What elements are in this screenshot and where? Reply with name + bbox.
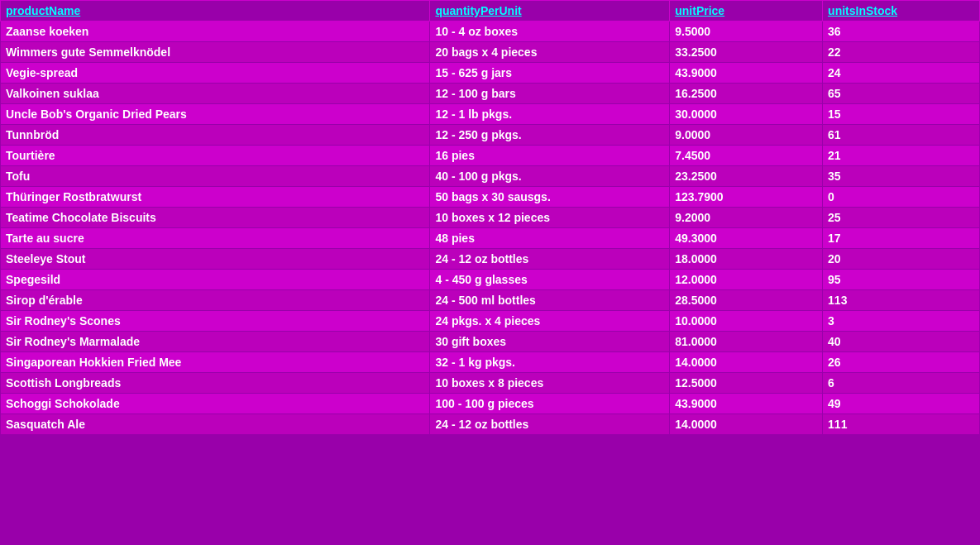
cell-product-name: Sasquatch Ale <box>1 414 430 435</box>
cell-quantity-per-unit: 12 - 100 g bars <box>430 84 670 104</box>
cell-product-name: Spegesild <box>1 270 430 290</box>
table-row: Zaanse koeken10 - 4 oz boxes9.500036 <box>1 22 980 42</box>
cell-quantity-per-unit: 10 - 4 oz boxes <box>430 22 670 42</box>
cell-product-name: Sir Rodney's Scones <box>1 311 430 332</box>
table-row: Uncle Bob's Organic Dried Pears12 - 1 lb… <box>1 104 980 125</box>
cell-units-in-stock: 24 <box>823 63 980 84</box>
cell-product-name: Tofu <box>1 166 430 187</box>
table-row: Teatime Chocolate Biscuits10 boxes x 12 … <box>1 208 980 228</box>
cell-product-name: Scottish Longbreads <box>1 373 430 394</box>
table-row: Singaporean Hokkien Fried Mee32 - 1 kg p… <box>1 352 980 373</box>
cell-quantity-per-unit: 50 bags x 30 sausgs. <box>430 187 670 208</box>
cell-units-in-stock: 3 <box>823 311 980 332</box>
cell-product-name: Valkoinen suklaa <box>1 84 430 104</box>
cell-unit-price: 23.2500 <box>670 166 823 187</box>
cell-product-name: Sir Rodney's Marmalade <box>1 332 430 352</box>
cell-quantity-per-unit: 10 boxes x 8 pieces <box>430 373 670 394</box>
cell-units-in-stock: 111 <box>823 414 980 435</box>
table-row: Scottish Longbreads10 boxes x 8 pieces12… <box>1 373 980 394</box>
cell-quantity-per-unit: 20 bags x 4 pieces <box>430 42 670 63</box>
cell-quantity-per-unit: 48 pies <box>430 228 670 249</box>
cell-units-in-stock: 0 <box>823 187 980 208</box>
table-row: Thüringer Rostbratwurst50 bags x 30 saus… <box>1 187 980 208</box>
cell-product-name: Zaanse koeken <box>1 22 430 42</box>
cell-product-name: Tarte au sucre <box>1 228 430 249</box>
cell-units-in-stock: 21 <box>823 146 980 166</box>
cell-product-name: Singaporean Hokkien Fried Mee <box>1 352 430 373</box>
header-row: productName quantityPerUnit unitPrice un… <box>1 1 980 22</box>
cell-quantity-per-unit: 24 pkgs. x 4 pieces <box>430 311 670 332</box>
cell-units-in-stock: 113 <box>823 290 980 311</box>
cell-product-name: Wimmers gute Semmelknödel <box>1 42 430 63</box>
table-row: Sir Rodney's Marmalade30 gift boxes81.00… <box>1 332 980 352</box>
cell-units-in-stock: 20 <box>823 249 980 270</box>
cell-unit-price: 43.9000 <box>670 394 823 414</box>
cell-units-in-stock: 17 <box>823 228 980 249</box>
cell-quantity-per-unit: 24 - 12 oz bottles <box>430 249 670 270</box>
cell-unit-price: 9.2000 <box>670 208 823 228</box>
cell-quantity-per-unit: 32 - 1 kg pkgs. <box>430 352 670 373</box>
header-quantity-per-unit[interactable]: quantityPerUnit <box>430 1 670 22</box>
cell-unit-price: 43.9000 <box>670 63 823 84</box>
cell-quantity-per-unit: 24 - 500 ml bottles <box>430 290 670 311</box>
cell-unit-price: 16.2500 <box>670 84 823 104</box>
header-units-in-stock[interactable]: unitsInStock <box>823 1 980 22</box>
table-row: Valkoinen suklaa12 - 100 g bars16.250065 <box>1 84 980 104</box>
table-row: Sir Rodney's Scones24 pkgs. x 4 pieces10… <box>1 311 980 332</box>
table-row: Spegesild4 - 450 g glasses12.000095 <box>1 270 980 290</box>
cell-unit-price: 123.7900 <box>670 187 823 208</box>
cell-product-name: Steeleye Stout <box>1 249 430 270</box>
cell-units-in-stock: 95 <box>823 270 980 290</box>
table-row: Tofu40 - 100 g pkgs.23.250035 <box>1 166 980 187</box>
cell-units-in-stock: 6 <box>823 373 980 394</box>
table-row: Sirop d'érable24 - 500 ml bottles28.5000… <box>1 290 980 311</box>
header-unit-price[interactable]: unitPrice <box>670 1 823 22</box>
cell-unit-price: 12.0000 <box>670 270 823 290</box>
cell-unit-price: 81.0000 <box>670 332 823 352</box>
cell-units-in-stock: 26 <box>823 352 980 373</box>
cell-unit-price: 33.2500 <box>670 42 823 63</box>
table-row: Schoggi Schokolade100 - 100 g pieces43.9… <box>1 394 980 414</box>
cell-units-in-stock: 35 <box>823 166 980 187</box>
cell-unit-price: 14.0000 <box>670 352 823 373</box>
cell-product-name: Sirop d'érable <box>1 290 430 311</box>
cell-units-in-stock: 25 <box>823 208 980 228</box>
cell-product-name: Thüringer Rostbratwurst <box>1 187 430 208</box>
cell-unit-price: 12.5000 <box>670 373 823 394</box>
cell-unit-price: 49.3000 <box>670 228 823 249</box>
cell-units-in-stock: 22 <box>823 42 980 63</box>
products-table: productName quantityPerUnit unitPrice un… <box>0 0 980 435</box>
cell-quantity-per-unit: 12 - 250 g pkgs. <box>430 125 670 146</box>
cell-quantity-per-unit: 12 - 1 lb pkgs. <box>430 104 670 125</box>
cell-unit-price: 10.0000 <box>670 311 823 332</box>
cell-units-in-stock: 49 <box>823 394 980 414</box>
cell-unit-price: 7.4500 <box>670 146 823 166</box>
cell-quantity-per-unit: 15 - 625 g jars <box>430 63 670 84</box>
cell-quantity-per-unit: 10 boxes x 12 pieces <box>430 208 670 228</box>
cell-product-name: Vegie-spread <box>1 63 430 84</box>
cell-quantity-per-unit: 30 gift boxes <box>430 332 670 352</box>
table-row: Vegie-spread15 - 625 g jars43.900024 <box>1 63 980 84</box>
cell-product-name: Uncle Bob's Organic Dried Pears <box>1 104 430 125</box>
cell-quantity-per-unit: 16 pies <box>430 146 670 166</box>
cell-units-in-stock: 65 <box>823 84 980 104</box>
cell-units-in-stock: 15 <box>823 104 980 125</box>
table-row: Wimmers gute Semmelknödel20 bags x 4 pie… <box>1 42 980 63</box>
table-row: Sasquatch Ale24 - 12 oz bottles14.000011… <box>1 414 980 435</box>
table-row: Tunnbröd12 - 250 g pkgs.9.000061 <box>1 125 980 146</box>
cell-units-in-stock: 40 <box>823 332 980 352</box>
cell-unit-price: 9.5000 <box>670 22 823 42</box>
cell-unit-price: 14.0000 <box>670 414 823 435</box>
header-product-name[interactable]: productName <box>1 1 430 22</box>
cell-product-name: Teatime Chocolate Biscuits <box>1 208 430 228</box>
cell-product-name: Tourtière <box>1 146 430 166</box>
table-row: Tarte au sucre48 pies49.300017 <box>1 228 980 249</box>
cell-unit-price: 30.0000 <box>670 104 823 125</box>
table-row: Tourtière16 pies7.450021 <box>1 146 980 166</box>
cell-quantity-per-unit: 24 - 12 oz bottles <box>430 414 670 435</box>
table-row: Steeleye Stout24 - 12 oz bottles18.00002… <box>1 249 980 270</box>
cell-quantity-per-unit: 40 - 100 g pkgs. <box>430 166 670 187</box>
cell-units-in-stock: 36 <box>823 22 980 42</box>
cell-unit-price: 28.5000 <box>670 290 823 311</box>
cell-product-name: Schoggi Schokolade <box>1 394 430 414</box>
